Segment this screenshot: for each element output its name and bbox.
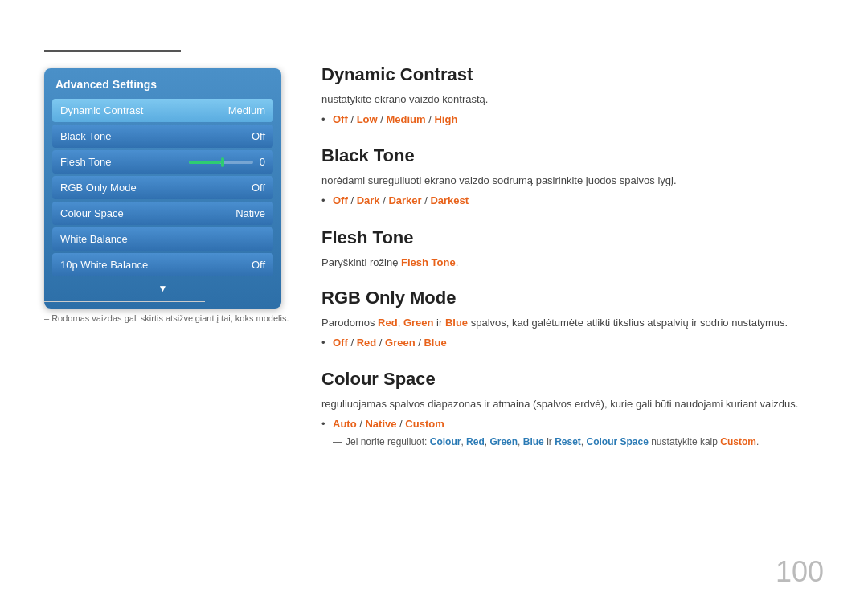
slider-thumb xyxy=(221,157,224,167)
sub-reset: Reset xyxy=(555,436,581,447)
sep-cs2: / xyxy=(396,418,405,430)
left-panel: Advanced Settings Dynamic Contrast Mediu… xyxy=(44,68,281,309)
top-divider xyxy=(44,50,824,52)
option-high: High xyxy=(434,113,457,125)
menu-item-label-10p-white-balance: 10p White Balance xyxy=(60,259,148,271)
sep3: / xyxy=(426,113,435,125)
option-off: Off xyxy=(333,113,348,125)
slider-fill xyxy=(189,161,221,164)
menu-item-value-colour-space: Native xyxy=(235,207,265,219)
option-off-rgb: Off xyxy=(333,337,348,349)
sep-bt3: / xyxy=(422,194,431,206)
sep-rgb1: / xyxy=(348,337,357,349)
section-desc-dynamic-contrast: nustatykite ekrano vaizdo kontrastą. xyxy=(321,92,824,108)
section-title-flesh-tone: Flesh Tone xyxy=(321,227,824,248)
menu-item-label-flesh-tone: Flesh Tone xyxy=(60,156,111,168)
rgb-red: Red xyxy=(378,317,398,329)
menu-item-dynamic-contrast[interactable]: Dynamic Contrast Medium xyxy=(52,99,273,122)
sep-rgb2: / xyxy=(376,337,385,349)
section-rgb-only-mode: RGB Only Mode Parodomos Red, Green ir Bl… xyxy=(321,288,824,351)
sub-green: Green xyxy=(489,436,518,447)
section-bullet-black-tone: Off / Dark / Darker / Darkest xyxy=(321,193,824,210)
sep-cs1: / xyxy=(357,418,366,430)
section-dynamic-contrast: Dynamic Contrast nustatykite ekrano vaiz… xyxy=(321,64,824,128)
menu-item-colour-space[interactable]: Colour Space Native xyxy=(52,202,273,225)
section-desc-rgb-only-mode: Parodomos Red, Green ir Blue spalvos, ka… xyxy=(321,315,824,331)
sep1: / xyxy=(348,113,357,125)
section-title-colour-space: Colour Space xyxy=(321,369,824,390)
menu-item-value-flesh-tone: 0 xyxy=(260,156,265,168)
sub-red: Red xyxy=(466,436,485,447)
option-low: Low xyxy=(357,113,378,125)
option-dark: Dark xyxy=(357,194,380,206)
sub-colour: Colour xyxy=(430,436,461,447)
option-blue: Blue xyxy=(424,337,446,349)
menu-item-value-10p-white-balance: Off xyxy=(252,259,265,271)
right-panel: Dynamic Contrast nustatykite ekrano vaiz… xyxy=(321,64,824,468)
section-flesh-tone: Flesh Tone Paryškinti rožinę Flesh Tone. xyxy=(321,227,824,271)
rgb-blue: Blue xyxy=(445,317,468,329)
section-black-tone: Black Tone norėdami sureguliuoti ekrano … xyxy=(321,145,824,209)
option-darkest: Darkest xyxy=(430,194,469,206)
sep-rgb3: / xyxy=(416,337,424,349)
down-arrow-icon: ▼ xyxy=(52,283,273,294)
sep2: / xyxy=(378,113,387,125)
flesh-tone-highlight: Flesh Tone xyxy=(401,256,456,268)
option-custom: Custom xyxy=(405,418,444,430)
option-medium: Medium xyxy=(386,113,425,125)
rgb-green: Green xyxy=(403,317,434,329)
section-title-black-tone: Black Tone xyxy=(321,145,824,166)
top-line-light xyxy=(181,51,824,51)
section-bullet-colour-space: Auto / Native / Custom xyxy=(321,416,824,433)
section-desc-flesh-tone: Paryškinti rožinę Flesh Tone. xyxy=(321,255,824,271)
menu-item-flesh-tone[interactable]: Flesh Tone 0 xyxy=(52,150,273,174)
sub-custom: Custom xyxy=(720,436,756,447)
section-sub-bullet-colour-space: Jei norite reguliuot: Colour, Red, Green… xyxy=(321,435,824,450)
sep-bt1: / xyxy=(348,194,357,206)
page-number: 100 xyxy=(776,555,824,589)
menu-item-value-dynamic-contrast: Medium xyxy=(228,104,265,116)
menu-item-label-colour-space: Colour Space xyxy=(60,207,124,219)
menu-item-value-black-tone: Off xyxy=(252,130,265,142)
section-bullet-dynamic-contrast: Off / Low / Medium / High xyxy=(321,112,824,129)
menu-item-label-dynamic-contrast: Dynamic Contrast xyxy=(60,104,143,116)
advanced-settings-title: Advanced Settings xyxy=(52,78,273,91)
slider-track[interactable] xyxy=(189,161,253,164)
section-colour-space: Colour Space reguliuojamas spalvos diapa… xyxy=(321,369,824,449)
menu-item-label-rgb-only-mode: RGB Only Mode xyxy=(60,182,137,194)
menu-item-10p-white-balance[interactable]: 10p White Balance Off xyxy=(52,253,273,276)
option-green: Green xyxy=(385,337,416,349)
option-off-bt: Off xyxy=(333,194,348,206)
option-native: Native xyxy=(365,418,396,430)
section-title-dynamic-contrast: Dynamic Contrast xyxy=(321,64,824,85)
sep-bt2: / xyxy=(380,194,389,206)
menu-item-value-rgb-only-mode: Off xyxy=(252,182,265,194)
menu-item-white-balance[interactable]: White Balance xyxy=(52,227,273,251)
menu-item-label-black-tone: Black Tone xyxy=(60,130,111,142)
left-separator xyxy=(44,301,205,302)
bottom-note: – Rodomas vaizdas gali skirtis atsižvelg… xyxy=(44,313,289,323)
section-bullet-rgb: Off / Red / Green / Blue xyxy=(321,335,824,352)
sub-colour-space: Colour Space xyxy=(587,436,649,447)
option-auto: Auto xyxy=(333,418,357,430)
sub-blue: Blue xyxy=(523,436,544,447)
section-title-rgb-only-mode: RGB Only Mode xyxy=(321,288,824,309)
section-desc-colour-space: reguliuojamas spalvos diapazonas ir atma… xyxy=(321,396,824,412)
menu-item-black-tone[interactable]: Black Tone Off xyxy=(52,125,273,148)
top-line-dark xyxy=(44,50,181,52)
menu-item-rgb-only-mode[interactable]: RGB Only Mode Off xyxy=(52,176,273,199)
option-red: Red xyxy=(357,337,377,349)
section-desc-black-tone: norėdami sureguliuoti ekrano vaizdo sodr… xyxy=(321,173,824,189)
option-darker: Darker xyxy=(388,194,421,206)
advanced-settings-box: Advanced Settings Dynamic Contrast Mediu… xyxy=(44,68,281,309)
menu-item-label-white-balance: White Balance xyxy=(60,233,128,245)
flesh-tone-slider-container: 0 xyxy=(189,156,265,168)
